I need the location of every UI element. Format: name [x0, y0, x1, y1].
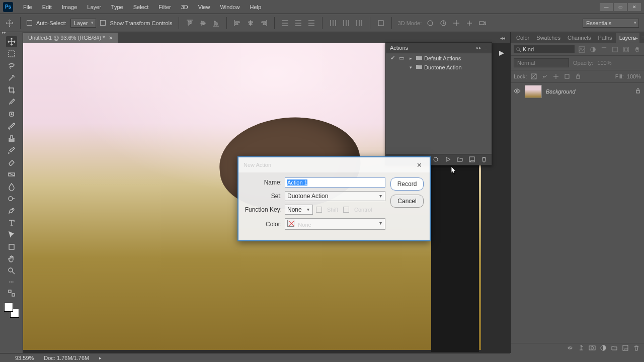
- blur-tool[interactable]: [6, 181, 17, 192]
- lasso-tool[interactable]: [6, 60, 17, 71]
- heal-tool[interactable]: [6, 109, 17, 120]
- menu-view[interactable]: View: [193, 2, 215, 12]
- zoom-level[interactable]: 93.59%: [15, 355, 34, 361]
- menu-image[interactable]: Image: [57, 2, 83, 12]
- filter-shape-icon[interactable]: [611, 45, 619, 53]
- edit-toolbar-tool[interactable]: [6, 288, 17, 299]
- maximize-button[interactable]: ▭: [614, 3, 627, 11]
- distribute-left-icon[interactable]: [329, 19, 338, 28]
- pen-tool[interactable]: [6, 205, 17, 216]
- zoom-tool[interactable]: [6, 265, 17, 277]
- eraser-tool[interactable]: [6, 157, 17, 168]
- gradient-tool[interactable]: [6, 169, 17, 180]
- lock-transparent-icon[interactable]: [530, 72, 538, 80]
- play-icon[interactable]: [444, 156, 451, 164]
- layer-row[interactable]: Background: [511, 83, 644, 100]
- record-icon[interactable]: [432, 156, 439, 164]
- close-window-button[interactable]: ✕: [628, 3, 641, 11]
- eyedropper-tool[interactable]: [6, 97, 17, 108]
- align-right-icon[interactable]: [259, 19, 268, 28]
- align-vcenter-icon[interactable]: [198, 19, 207, 28]
- hand-tool[interactable]: [6, 253, 17, 264]
- toolbox-more-icon[interactable]: •••: [9, 280, 14, 285]
- tab-paths[interactable]: Paths: [594, 33, 615, 43]
- menu-file[interactable]: File: [18, 2, 37, 12]
- toolbox-collapse-icon[interactable]: ▸▸: [2, 30, 9, 34]
- function-key-select[interactable]: None: [285, 205, 313, 215]
- doc-size[interactable]: Doc: 1.76M/1.76M: [44, 355, 89, 361]
- opacity-value[interactable]: 100%: [597, 60, 611, 66]
- history-brush-tool[interactable]: [6, 145, 17, 156]
- marquee-tool[interactable]: [6, 48, 17, 59]
- filter-toggle-icon[interactable]: [633, 45, 641, 53]
- foreground-color[interactable]: [4, 303, 13, 312]
- link-layers-icon[interactable]: [567, 344, 574, 352]
- menu-select[interactable]: Select: [128, 2, 154, 12]
- type-tool[interactable]: [6, 217, 17, 228]
- auto-select-dropdown[interactable]: Layer: [70, 19, 97, 28]
- status-chevron-icon[interactable]: ▸: [99, 355, 102, 360]
- action-set-row[interactable]: ✔ ▭ ▸ Default Actions: [386, 53, 492, 63]
- align-hcenter-icon[interactable]: [246, 19, 255, 28]
- tab-channels[interactable]: Channels: [564, 33, 594, 43]
- new-set-icon[interactable]: [456, 156, 463, 164]
- align-top-icon[interactable]: [185, 19, 194, 28]
- menu-layer[interactable]: Layer: [82, 2, 106, 12]
- lock-all-icon[interactable]: [574, 72, 582, 80]
- delete-layer-icon[interactable]: [633, 344, 640, 352]
- distribute-top-icon[interactable]: [281, 19, 290, 28]
- chevron-down-icon[interactable]: ▾: [407, 65, 414, 70]
- document-close-icon[interactable]: ✕: [109, 35, 113, 41]
- cancel-button[interactable]: Cancel: [390, 195, 424, 208]
- menu-help[interactable]: Help: [245, 2, 267, 12]
- menu-type[interactable]: Type: [106, 2, 128, 12]
- action-set-row[interactable]: ▾ Duotone Action: [386, 63, 492, 72]
- filter-image-icon[interactable]: [578, 45, 586, 53]
- tab-swatches[interactable]: Swatches: [533, 33, 564, 43]
- action-toggle-check[interactable]: ✔: [389, 55, 396, 61]
- actions-play-button[interactable]: [495, 48, 507, 58]
- stamp-tool[interactable]: [6, 133, 17, 144]
- auto-select-checkbox[interactable]: [27, 20, 32, 26]
- actions-panel-header[interactable]: Actions ▸▸ ≡: [386, 43, 492, 53]
- lock-artboard-icon[interactable]: [563, 72, 571, 80]
- shape-tool[interactable]: [6, 241, 17, 252]
- auto-align-icon[interactable]: [376, 19, 385, 28]
- align-bottom-icon[interactable]: [211, 19, 220, 28]
- name-input[interactable]: Action 1: [285, 177, 385, 188]
- color-swatches[interactable]: [4, 303, 19, 318]
- menu-3d[interactable]: 3D: [176, 2, 193, 12]
- actions-menu-icon[interactable]: ≡: [485, 45, 488, 51]
- document-tab[interactable]: Untitled-1 @ 93.6% (RGB/8#) * ✕: [23, 33, 118, 43]
- tab-color[interactable]: Color: [513, 33, 533, 43]
- layer-kind-filter[interactable]: Kind: [514, 45, 575, 53]
- distribute-bottom-icon[interactable]: [307, 19, 316, 28]
- panel-menu-icon[interactable]: ≡: [639, 33, 644, 43]
- color-select[interactable]: None: [285, 218, 385, 230]
- distribute-right-icon[interactable]: [355, 19, 364, 28]
- adjust-layer-icon[interactable]: [600, 344, 607, 352]
- group-icon[interactable]: [611, 344, 618, 352]
- set-select[interactable]: Duotone Action: [285, 191, 385, 201]
- lock-image-icon[interactable]: [541, 72, 549, 80]
- wand-tool[interactable]: [6, 72, 17, 83]
- blend-mode-select[interactable]: Normal: [514, 58, 569, 67]
- new-layer-icon[interactable]: [622, 344, 629, 352]
- menu-filter[interactable]: Filter: [153, 2, 176, 12]
- dodge-tool[interactable]: [6, 193, 17, 204]
- visibility-icon[interactable]: [514, 88, 521, 95]
- layer-mask-icon[interactable]: [589, 344, 596, 352]
- delete-action-icon[interactable]: [480, 156, 488, 164]
- chevron-right-icon[interactable]: ▸: [407, 56, 414, 61]
- layer-style-icon[interactable]: [578, 344, 585, 352]
- show-transform-checkbox[interactable]: [100, 20, 106, 26]
- filter-adjust-icon[interactable]: [589, 45, 597, 53]
- layer-lock-icon[interactable]: [635, 88, 641, 95]
- expand-panel-icon[interactable]: ▸▸: [633, 35, 638, 41]
- actions-collapse-icon[interactable]: ▸▸: [473, 45, 485, 50]
- dialog-close-icon[interactable]: ✕: [414, 160, 425, 169]
- dialog-titlebar[interactable]: New Action ✕: [238, 157, 430, 172]
- menu-edit[interactable]: Edit: [37, 2, 57, 12]
- filter-type-icon[interactable]: [600, 45, 608, 53]
- layer-thumbnail[interactable]: [525, 85, 542, 98]
